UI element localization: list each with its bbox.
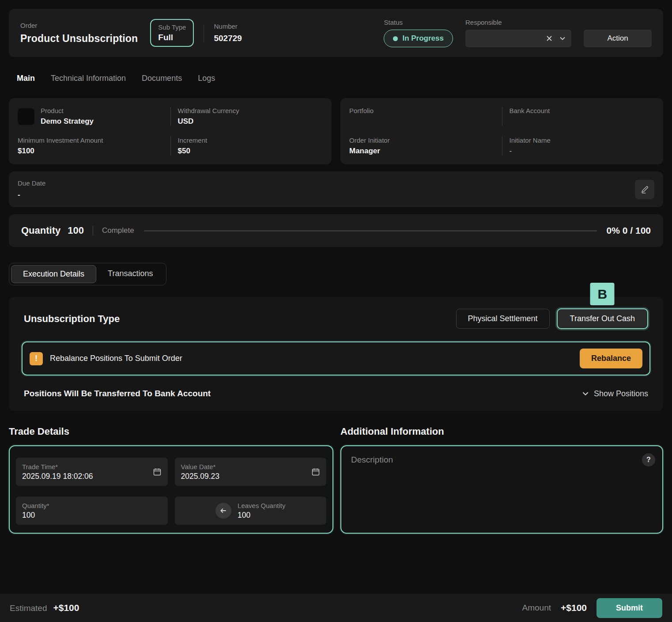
trade-quantity-label: Quantity* [22,502,162,509]
additional-information-title: Additional Information [340,426,663,437]
product-card: Product Demo Strategy Withdrawal Currenc… [9,98,332,164]
submit-button[interactable]: Submit [596,598,662,618]
trade-time-value: 2025.09.19 18:02:06 [22,472,162,481]
complete-label: Complete [102,226,134,235]
description-input[interactable] [351,455,628,521]
edit-due-date-button[interactable] [635,180,654,199]
due-date-value: - [18,190,45,199]
order-initiator-value: Manager [349,147,502,156]
action-button[interactable]: Action [584,30,652,47]
calendar-icon[interactable] [311,467,320,476]
status-value: In Progress [402,34,444,43]
transfer-out-cash-wrap: B Transfer Out Cash [557,308,648,329]
product-value: Demo Strategy [41,117,94,126]
min-investment-value: $100 [18,147,170,156]
header-divider [204,24,204,42]
estimated-group: Estimated +$100 [10,603,79,613]
quantity-card: Quantity 100 Complete 0% 0 / 100 [9,214,663,247]
info-cards-row: Product Demo Strategy Withdrawal Currenc… [9,98,663,164]
due-date-label: Due Date [18,179,45,187]
show-positions-label: Show Positions [594,389,648,398]
min-investment-cell: Minimum Investment Amount $100 [18,137,170,156]
unsubscription-type-title: Unsubscription Type [24,313,120,325]
number-label: Number [214,23,242,30]
order-initiator-label: Order Initiator [349,137,502,144]
amount-group: Amount +$100 Submit [522,598,662,618]
bank-account-value [510,117,655,126]
increment-value: $50 [178,147,323,156]
quantity-label: Quantity [21,225,60,236]
rebalance-banner: ! Rebalance Positions To Submit Order Re… [22,341,650,375]
positions-message: Positions Will Be Transferred To Bank Ac… [24,389,211,398]
chevron-down-icon[interactable] [559,35,566,42]
arrow-left-circle-icon[interactable] [215,503,231,519]
trade-time-field[interactable]: Trade Time* 2025.09.19 18:02:06 [16,458,168,486]
quantity-progress-text: 0% 0 / 100 [607,225,651,236]
estimated-value: +$100 [53,603,79,613]
rebalance-button[interactable]: Rebalance [580,349,642,368]
warning-icon: ! [30,352,43,365]
tab-technical-information[interactable]: Technical Information [51,70,126,87]
detail-tab-bar: Execution Details Transactions [9,263,166,285]
unsubscription-type-options: Physical Settlement B Transfer Out Cash [456,308,648,329]
footer-bar: Estimated +$100 Amount +$100 Submit [0,594,672,622]
number-value: 502729 [214,34,242,43]
tab-main[interactable]: Main [17,70,35,87]
pencil-icon [641,185,649,193]
value-date-field[interactable]: Value Date* 2025.09.23 [175,458,327,486]
unsubscription-type-row: Unsubscription Type Physical Settlement … [16,308,656,329]
min-investment-label: Minimum Investment Amount [18,137,170,144]
withdrawal-currency-label: Withdrawal Currency [178,107,323,114]
content: Order Product Unsubscription Sub Type Fu… [0,0,672,576]
bottom-headings: Trade Details Additional Information [9,426,663,437]
sub-type-box: Sub Type Full [150,19,194,47]
tab-documents[interactable]: Documents [142,70,182,87]
order-page: Order Product Unsubscription Sub Type Fu… [0,0,672,622]
status-label: Status [384,19,453,26]
status-dot-icon [393,36,398,41]
clear-icon[interactable] [546,35,553,42]
sub-type-label: Sub Type [158,23,186,31]
show-positions-toggle[interactable]: Show Positions [581,389,648,398]
due-date-group: Due Date - [18,179,45,199]
bank-account-cell: Bank Account [502,107,655,126]
header-right: Status In Progress Responsible [384,19,652,47]
responsible-label: Responsible [465,19,571,26]
initiator-name-value: - [510,147,655,156]
tab-logs[interactable]: Logs [198,70,215,87]
additional-information-panel: ? [340,445,663,534]
quantity-divider [93,226,93,235]
responsible-select[interactable] [465,30,571,47]
annotation-badge-b: B [590,283,615,305]
trade-quantity-value: 100 [22,511,162,520]
status-group: Status In Progress [384,19,453,47]
product-logo-icon [18,108,34,125]
transfer-out-cash-button[interactable]: Transfer Out Cash [557,308,648,329]
execution-details-panel: Unsubscription Type Physical Settlement … [9,297,663,411]
trade-quantity-field[interactable]: Quantity* 100 [16,497,168,525]
physical-settlement-button[interactable]: Physical Settlement [456,309,550,329]
value-date-label: Value Date* [181,463,321,470]
portfolio-label: Portfolio [349,107,502,114]
main-tab-bar: Main Technical Information Documents Log… [9,70,663,87]
bottom-columns: Trade Time* 2025.09.19 18:02:06 Value Da… [9,445,663,534]
tab-transactions[interactable]: Transactions [96,265,164,283]
tab-execution-details[interactable]: Execution Details [11,265,96,283]
estimated-label: Estimated [10,603,47,613]
quantity-progress-bar [144,230,597,231]
help-icon[interactable]: ? [642,453,655,466]
responsible-group: Responsible [465,19,571,47]
order-number-group: Number 502729 [214,23,242,43]
portfolio-card: Portfolio Bank Account Order Initiator M… [340,98,663,164]
order-title-group: Order Product Unsubscription [20,22,138,45]
quantity-value: 100 [68,225,84,236]
trade-details-title: Trade Details [9,426,333,437]
increment-cell: Increment $50 [170,137,323,156]
initiator-name-cell: Initiator Name - [502,137,655,156]
order-header: Order Product Unsubscription Sub Type Fu… [9,9,663,57]
trade-details-panel: Trade Time* 2025.09.19 18:02:06 Value Da… [9,445,333,534]
due-date-card: Due Date - [9,171,663,207]
product-label: Product [41,107,94,114]
leaves-quantity-field: Leaves Quantity 100 [175,497,327,525]
calendar-icon[interactable] [153,467,162,476]
